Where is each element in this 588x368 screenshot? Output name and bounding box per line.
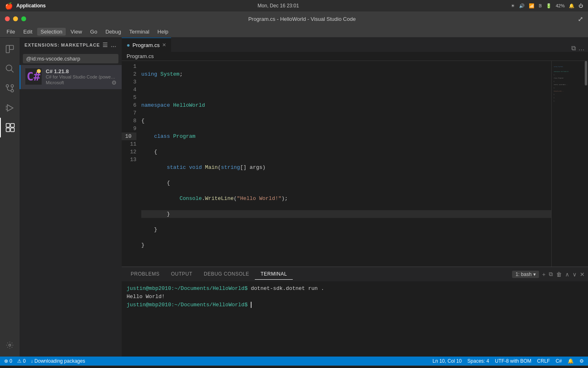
tab-debug-console[interactable]: DEBUG CONSOLE [198,269,255,280]
tab-problems[interactable]: PROBLEMS [125,269,165,280]
sidebar-list-icon[interactable]: ☰ [102,42,108,48]
applications-menu[interactable]: Applications [16,3,46,9]
debug-icon[interactable] [0,98,20,118]
tab-output[interactable]: OUTPUT [165,269,198,280]
terminal-output-1: Hello World! [127,294,165,300]
title-bar: Program.cs - HelloWorld - Visual Studio … [0,11,588,26]
svg-text:using System;: using System; [554,66,564,67]
terminal-panel: PROBLEMS OUTPUT DEBUG CONSOLE TERMINAL 1… [122,267,588,357]
apple-icon[interactable]: 🍎 [5,2,13,10]
power-icon[interactable]: ⏻ [579,3,583,8]
extension-csharp-desc: C# for Visual Studio Code (powered … [46,74,117,79]
close-button[interactable] [5,16,10,21]
status-encoding[interactable]: UTF-8 with BOM [495,358,531,364]
code-line-11: } [141,226,551,233]
status-line-endings[interactable]: CRLF [537,358,550,364]
svg-point-2 [6,65,12,71]
battery-icon: 🔋 [546,3,552,9]
svg-marker-9 [7,105,13,111]
extensions-icon[interactable] [0,118,20,137]
volume-icon[interactable]: 🔊 [519,3,525,9]
extension-csharp-author: Microsoft ⚙ [46,79,117,86]
main-layout: Extensions: Marketplace ☰ … C# ★ C# 1.21… [0,38,588,357]
extension-csharp-info: C# 1.21.8 C# for Visual Studio Code (pow… [46,68,117,86]
terminal-prompt-1: justin@mbp2010:~/Documents/HelloWorld$ [127,285,247,292]
brightness-icon[interactable]: ☀ [511,3,515,9]
extension-search-input[interactable] [23,54,118,63]
svg-text:class Program: class Program [554,77,564,79]
explorer-icon[interactable] [0,39,20,59]
svg-text:static void Main...: static void Main... [554,84,568,85]
minimize-button[interactable] [13,16,18,21]
status-settings[interactable]: ⚙ [579,358,584,364]
status-downloading[interactable]: ↓ Downloading packages [31,358,85,364]
menu-selection[interactable]: Selection [37,28,65,36]
expand-icon[interactable]: ⤢ [578,15,583,23]
maximize-button[interactable] [21,16,26,21]
status-language[interactable]: C# [556,358,562,364]
menu-file[interactable]: File [3,28,18,36]
tab-filename: Program.cs [132,42,159,48]
svg-point-4 [6,85,9,87]
tab-terminal[interactable]: TERMINAL [255,269,293,280]
terminal-line-2: Hello World! [127,293,583,301]
terminal-prompt-2: justin@mbp2010:~/Documents/HelloWorld$ [127,302,247,308]
svg-text:{: { [554,81,555,82]
code-content[interactable]: using System; namespace HelloWorld { cla… [141,61,551,267]
system-bar: 🍎 Applications Mon, Dec 16 23:01 ☀ 🔊 📶 𝔹… [0,0,588,11]
status-warnings: ⚠ 0 [17,358,26,364]
code-editor[interactable]: 12345 678910 111213 using System; namesp… [122,61,551,267]
terminal-scroll-up-icon[interactable]: ∧ [565,271,569,278]
status-errors[interactable]: ⊗ 0 [4,358,12,364]
delete-terminal-icon[interactable]: 🗑 [556,271,562,278]
menu-help[interactable]: Help [154,28,172,36]
status-notification[interactable]: 🔔 [568,358,574,364]
settings-icon[interactable] [0,335,20,355]
editor-area: ● Program.cs ✕ ⧉ … Program.cs 12345 6789… [122,38,588,357]
split-editor-icon[interactable]: ⧉ [571,45,576,52]
source-control-icon[interactable] [0,79,20,98]
svg-text:{: { [554,74,555,76]
sidebar-more-icon[interactable]: … [111,42,117,48]
menu-view[interactable]: View [67,28,85,36]
wifi-icon[interactable]: 📶 [529,3,535,9]
menu-terminal[interactable]: Terminal [126,28,152,36]
svg-rect-15 [6,128,10,132]
status-position[interactable]: Ln 10, Col 10 [432,358,461,364]
svg-text:}: } [554,94,555,95]
code-line-9: Console.WriteLine("Hello World!"); [141,195,551,202]
shell-selector[interactable]: 1: bash ▾ [512,271,539,278]
breadcrumb-item[interactable]: Program.cs [127,53,154,59]
code-line-8: { [141,179,551,187]
menu-edit[interactable]: Edit [20,28,36,36]
svg-rect-16 [11,128,14,132]
search-activity-icon[interactable] [0,59,20,79]
menu-go[interactable]: Go [87,28,100,36]
code-line-10: } [141,210,551,218]
datetime-display: Mon, Dec 16 23:01 [258,3,299,9]
terminal-scroll-down-icon[interactable]: ∨ [572,271,577,278]
sidebar-header: Extensions: Marketplace ☰ … [20,38,122,52]
terminal-content[interactable]: justin@mbp2010:~/Documents/HelloWorld$ d… [122,281,588,357]
scrollbar-thumb[interactable] [585,61,587,85]
sidebar: Extensions: Marketplace ☰ … C# ★ C# 1.21… [20,38,122,357]
menu-debug[interactable]: Debug [102,28,124,36]
new-terminal-icon[interactable]: + [542,271,546,278]
chevron-down-icon: ▾ [533,272,536,277]
window-title: Program.cs - HelloWorld - Visual Studio … [26,16,578,22]
code-line-6: { [141,148,551,156]
close-terminal-icon[interactable]: ✕ [580,271,585,278]
extension-gear-icon[interactable]: ⚙ [111,79,117,86]
split-terminal-icon[interactable]: ⧉ [549,271,553,278]
tab-program-cs[interactable]: ● Program.cs ✕ [122,38,171,52]
bluetooth-icon[interactable]: 𝔹 [539,3,542,9]
code-line-2 [141,86,551,94]
notification-icon[interactable]: 🔔 [569,3,575,9]
tab-close-button[interactable]: ✕ [162,42,166,48]
line-numbers: 12345 678910 111213 [122,61,141,267]
editor-scrollbar[interactable] [584,61,588,267]
svg-rect-13 [6,123,10,127]
extension-item-csharp[interactable]: C# ★ C# 1.21.8 C# for Visual Studio Code… [20,65,122,89]
editor-more-icon[interactable]: … [578,45,585,52]
status-spaces[interactable]: Spaces: 4 [468,358,489,364]
